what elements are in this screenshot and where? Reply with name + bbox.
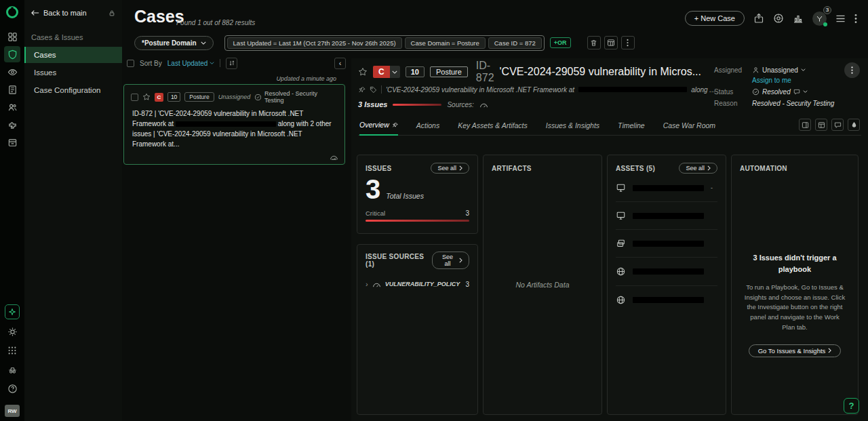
- board-layout-icon[interactable]: [815, 119, 827, 131]
- asset-row[interactable]: [616, 230, 717, 258]
- table-view-button[interactable]: [604, 36, 618, 49]
- new-case-label: + New Case: [694, 14, 735, 22]
- asset-row[interactable]: [616, 258, 717, 286]
- nav-item-case-configuration[interactable]: Case Configuration: [24, 82, 122, 98]
- case-card-header: C 10 Posture Unassigned Resolved - Secur…: [124, 85, 344, 108]
- assets-card-title: ASSETS (5): [616, 165, 655, 172]
- new-case-button[interactable]: + New Case: [685, 11, 745, 26]
- issues-column: ISSUES See all 3 Total Issues Critical 3: [357, 155, 478, 415]
- sort-value-label: Last Updated: [167, 60, 208, 67]
- chevron-down-icon: [390, 66, 400, 78]
- source-name: VULNERABILITY_POLICY: [385, 281, 460, 287]
- incognito-icon[interactable]: [4, 361, 20, 378]
- back-to-main-link[interactable]: Back to main: [24, 0, 122, 24]
- tab-timeline[interactable]: Timeline: [618, 121, 645, 135]
- see-all-label: See all: [437, 165, 456, 172]
- severity-selector[interactable]: C: [373, 66, 400, 78]
- help-circle-icon[interactable]: [4, 380, 20, 397]
- whats-new-icon[interactable]: [5, 304, 20, 319]
- assignee-dropdown[interactable]: Unassigned: [752, 66, 806, 74]
- side-navigation: Back to main Cases & Issues Cases Issues…: [24, 0, 122, 421]
- comment-icon[interactable]: [831, 119, 844, 131]
- status-dropdown[interactable]: Resolved: [752, 88, 808, 96]
- assets-see-all-button[interactable]: See all: [679, 163, 717, 174]
- asset-suffix: -: [711, 184, 713, 191]
- redacted-text: [633, 297, 704, 303]
- help-button[interactable]: ?: [844, 398, 859, 414]
- subtitle-pre: 'CVE-2024-29059 vulnerability in Microso…: [386, 86, 574, 94]
- filter-chip-last-updated[interactable]: Last Updated = Last 1M (Oct 27th 2025 - …: [227, 37, 402, 49]
- tab-key-assets-artifacts[interactable]: Key Assets & Artifacts: [458, 121, 528, 135]
- modules-puzzle-icon[interactable]: [4, 117, 20, 133]
- pin-icon[interactable]: [358, 86, 366, 94]
- add-or-filter-button[interactable]: +OR: [550, 37, 571, 48]
- detail-kebab-button[interactable]: [844, 62, 860, 78]
- redacted-text: [176, 121, 276, 127]
- reports-icon[interactable]: [4, 81, 20, 98]
- datasets-icon[interactable]: [4, 134, 20, 151]
- select-all-checkbox[interactable]: [127, 60, 134, 67]
- desktop-icon: [616, 211, 626, 220]
- ink-drop-icon[interactable]: [848, 119, 860, 131]
- sources-see-all-button[interactable]: See all: [432, 252, 469, 269]
- posture-domain-filter[interactable]: *Posture Domain: [134, 36, 214, 50]
- asset-row[interactable]: [616, 286, 717, 314]
- source-gauge-icon: [330, 153, 338, 161]
- settings-gear-icon[interactable]: [4, 323, 20, 340]
- issues-see-all-button[interactable]: See all: [431, 163, 469, 174]
- more-options-button[interactable]: [621, 36, 635, 49]
- tab-case-war-room[interactable]: Case War Room: [663, 121, 715, 135]
- star-icon[interactable]: [358, 67, 368, 77]
- tab-label: Case War Room: [663, 121, 715, 129]
- visibility-eye-icon[interactable]: [4, 64, 20, 80]
- filter-chip-case-domain[interactable]: Case Domain = Posture: [405, 37, 486, 49]
- tab-issues-insights[interactable]: Issues & Insights: [546, 121, 599, 135]
- source-count: 3: [465, 281, 469, 288]
- sort-direction-button[interactable]: [226, 58, 237, 69]
- case-detail-panel: C 10 Posture ID-872 'CVE-2024-29059 vuln…: [351, 58, 868, 421]
- issue-sources-card-title: ISSUE SOURCES (1): [366, 253, 432, 268]
- filter-chip-case-id[interactable]: Case ID = 872: [488, 37, 542, 49]
- sort-field-dropdown[interactable]: Last Updated: [167, 60, 215, 67]
- tag-icon[interactable]: [370, 86, 377, 94]
- tab-label: Issues & Insights: [546, 121, 599, 129]
- radar-icon[interactable]: [773, 13, 784, 24]
- delete-filter-button[interactable]: [587, 36, 601, 49]
- case-card[interactable]: C 10 Posture Unassigned Resolved - Secur…: [123, 84, 345, 165]
- panel-layout-icon[interactable]: [799, 119, 811, 131]
- apps-grid-icon[interactable]: [4, 342, 20, 359]
- users-icon[interactable]: [4, 99, 20, 115]
- tab-overview[interactable]: Overview: [359, 121, 398, 136]
- cortex-logo-icon: [5, 5, 19, 19]
- assign-to-me-link[interactable]: Assign to me: [752, 77, 834, 84]
- collapse-panel-button[interactable]: ‹: [334, 58, 346, 69]
- artifacts-card-title: ARTIFACTS: [492, 165, 532, 172]
- tenant-avatar-wrap: 3: [812, 12, 827, 26]
- nav-item-cases[interactable]: Cases: [24, 47, 122, 63]
- kebab-menu-icon[interactable]: [854, 14, 857, 24]
- person-icon: [752, 66, 760, 74]
- nav-item-issues[interactable]: Issues: [24, 64, 122, 81]
- layers-icon: [616, 239, 626, 248]
- dashboard-icon[interactable]: [4, 28, 20, 45]
- asset-row[interactable]: [616, 202, 717, 230]
- star-icon[interactable]: [142, 93, 151, 101]
- menu-icon[interactable]: [835, 14, 846, 23]
- asset-row[interactable]: -: [616, 174, 717, 202]
- reason-value: Resolved - Security Testing: [752, 100, 834, 107]
- filter-bar: *Posture Domain Last Updated = Last 1M (…: [134, 34, 857, 52]
- chart-icon[interactable]: [793, 13, 804, 24]
- cases-shield-icon[interactable]: [4, 46, 20, 62]
- redacted-text: [633, 213, 704, 219]
- tab-actions[interactable]: Actions: [416, 121, 439, 135]
- filter-chip-group: Last Updated = Last 1M (Oct 27th 2025 - …: [224, 35, 545, 51]
- source-row[interactable]: › VULNERABILITY_POLICY 3: [366, 280, 469, 288]
- automation-headline: 3 Issues didn't trigger a playbook: [744, 252, 846, 275]
- source-gauge-icon: [479, 101, 488, 108]
- user-initials-avatar[interactable]: RW: [5, 405, 20, 417]
- go-to-issues-button[interactable]: Go To Issues & Insights: [749, 344, 842, 357]
- status-dot: [823, 22, 827, 26]
- expand-chevron-icon[interactable]: ›: [366, 280, 368, 288]
- case-checkbox[interactable]: [131, 94, 138, 101]
- export-icon[interactable]: [753, 13, 764, 24]
